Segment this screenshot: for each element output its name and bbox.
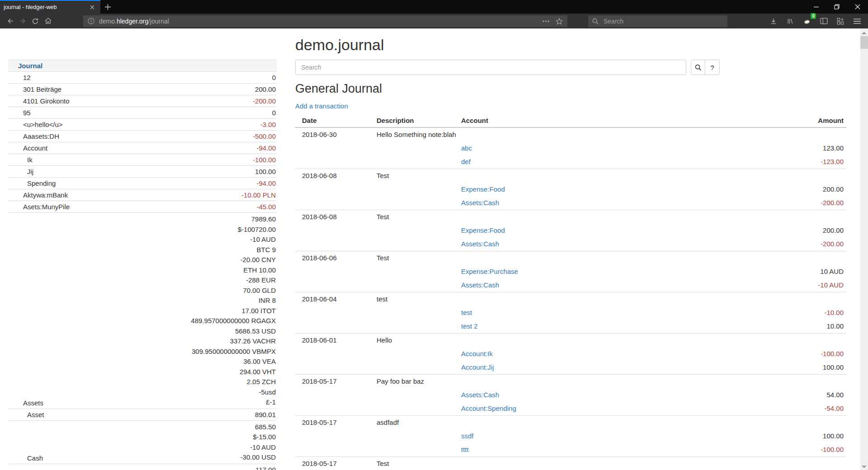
balance-amount: -500.00 [253, 132, 276, 141]
account-name[interactable]: Aktywa:mBank [8, 191, 68, 200]
sidebar-row: Aaasets:DH-500.00 [8, 130, 277, 142]
site-info-icon[interactable] [88, 18, 94, 24]
account-name[interactable]: <u>hello</u> [8, 120, 63, 129]
window-minimize-button[interactable] [806, 0, 826, 14]
posting-account-link[interactable]: Assets:Cash [461, 281, 499, 289]
extension-icon[interactable]: 0 [801, 15, 813, 27]
account-balance: -200.00 [253, 97, 276, 106]
transaction-title-row[interactable]: 2018-06-08Test [295, 210, 846, 224]
extension-badge: 0 [811, 13, 816, 19]
transaction-title-row[interactable]: 2018-06-08Test [295, 169, 846, 183]
menu-hamburger-icon[interactable] [851, 15, 863, 27]
posting-account-link[interactable]: test [461, 309, 472, 316]
add-transaction-link[interactable]: Add a transaction [295, 102, 348, 110]
posting-account-link[interactable]: def [461, 158, 471, 165]
transaction-date: 2018-06-04 [295, 292, 377, 306]
apps-grid-icon[interactable] [834, 15, 847, 27]
browser-search-bar[interactable] [588, 15, 727, 27]
back-icon[interactable] [4, 15, 16, 27]
account-name[interactable]: Spending [8, 179, 56, 188]
account-name[interactable]: Asets:MunyPile [8, 202, 70, 212]
transaction-date: 2018-06-01 [295, 334, 377, 348]
posting-account-link[interactable]: Account:Spending [461, 404, 516, 412]
posting-account-link[interactable]: test 2 [461, 322, 478, 330]
posting-account-link[interactable]: Assets:Cash [461, 391, 499, 399]
downloads-icon[interactable] [767, 15, 780, 27]
page-actions-icon[interactable] [542, 20, 549, 22]
sidebar-row: -117.00 [8, 464, 277, 470]
posting-account-link[interactable]: ssdf [461, 432, 474, 440]
scroll-down-icon[interactable] [860, 462, 868, 470]
posting-row: Expense:Food200.00 [295, 183, 846, 196]
sidebar-journal-link[interactable]: Journal [8, 61, 42, 70]
posting-account-link[interactable]: tttt [461, 446, 469, 453]
account-name[interactable]: 4101 Girokonto [8, 97, 70, 106]
balance-amount: $-100720.00 [191, 225, 276, 235]
account-name[interactable]: Asset [8, 410, 44, 419]
posting-account-link[interactable]: Expense:Food [461, 185, 505, 193]
forward-icon[interactable] [16, 15, 29, 27]
balance-amount: -288 EUR [191, 275, 276, 286]
posting-account-link[interactable]: Assets:Cash [461, 199, 499, 207]
posting-account-link[interactable]: Expense:Food [461, 226, 505, 234]
transaction-title-row[interactable]: 2018-06-04test [295, 292, 846, 306]
account-balance: 7989.60$-100720.00-10 AUDBTC 9-20.00 CNY… [191, 214, 276, 408]
new-tab-button[interactable] [100, 0, 115, 14]
vertical-scrollbar[interactable] [860, 28, 868, 470]
balance-amount: -10.00 PLN [241, 191, 276, 200]
balance-amount: 200.00 [255, 85, 276, 94]
transaction-title-row[interactable]: 2018-05-17Pay foo bar baz [295, 375, 846, 389]
scrollbar-thumb[interactable] [860, 36, 868, 49]
posting-account-link[interactable]: Assets:Cash [461, 240, 499, 248]
balance-amount: 17.00 ITOT [191, 306, 276, 316]
transaction-date: 2018-06-30 [295, 127, 377, 141]
tab-close-icon[interactable] [88, 1, 97, 14]
reload-icon[interactable] [29, 15, 42, 27]
posting-account-link[interactable]: Account:Jij [461, 363, 494, 371]
url-bar[interactable]: demo.hledger.org/journal [83, 15, 567, 27]
balance-amount: 7989.60 [191, 214, 276, 225]
posting-account-link[interactable]: Account:Ik [461, 350, 493, 357]
account-name[interactable]: Cash [8, 454, 43, 463]
sidebar-row: Cash685.50$-15.00-10 AUD-30.00 USD [8, 420, 277, 464]
account-name[interactable]: Ik [8, 155, 33, 164]
transaction-description: test [377, 292, 846, 306]
sidebar-row: 120 [8, 71, 277, 83]
balance-amount: -10 AUD [241, 442, 276, 453]
posting-account-link[interactable]: Expense:Purchase [461, 268, 518, 275]
journal-search-input[interactable] [295, 60, 686, 75]
search-help-button[interactable]: ? [705, 60, 720, 75]
posting-amount: -200.00 [723, 237, 846, 251]
transaction-title-row[interactable]: 2018-06-01Hello [295, 334, 846, 348]
transaction-title-row[interactable]: 2018-06-06Test [295, 251, 846, 265]
account-name[interactable]: Assets [8, 399, 43, 408]
transaction-title-row[interactable]: 2018-05-17asdfadf [295, 416, 846, 430]
posting-amount: -200.00 [723, 196, 846, 210]
account-name[interactable]: Jij [8, 167, 33, 176]
account-name[interactable]: 12 [8, 73, 31, 82]
column-header-date: Date [295, 114, 377, 127]
transaction: 2018-06-08TestExpense:Food200.00Assets:C… [295, 210, 846, 251]
account-name[interactable]: 301 Beiträge [8, 85, 61, 94]
window-restore-button[interactable] [826, 0, 847, 14]
account-name[interactable]: Aaasets:DH [8, 132, 59, 141]
home-icon[interactable] [42, 15, 54, 27]
window-close-button[interactable] [847, 0, 868, 14]
library-icon[interactable] [784, 15, 797, 27]
account-name[interactable]: 95 [8, 108, 31, 118]
posting-account-link[interactable]: abc [461, 144, 472, 152]
browser-search-input[interactable] [603, 17, 723, 25]
sidebar-row: 4101 Girokonto-200.00 [8, 95, 277, 107]
transaction-title-row[interactable]: 2018-06-30Hello Something note:blah [295, 127, 846, 141]
active-tab[interactable]: journal - hledger-web [0, 0, 100, 14]
balance-amount: 36.00 VEA [191, 357, 276, 367]
posting-row: Assets:Cash54.00 [295, 388, 846, 402]
bookmark-star-icon[interactable] [556, 18, 563, 25]
sidebar-row: Asets:MunyPile-45.00 [8, 201, 277, 212]
posting-row: abc123.00 [295, 141, 846, 155]
sidebars-icon[interactable] [817, 15, 830, 27]
transaction-description: Test [377, 169, 846, 183]
account-name[interactable]: Account [8, 144, 47, 153]
transaction-title-row[interactable]: 2018-05-17Test [295, 457, 846, 470]
journal-search-button[interactable] [691, 60, 705, 75]
